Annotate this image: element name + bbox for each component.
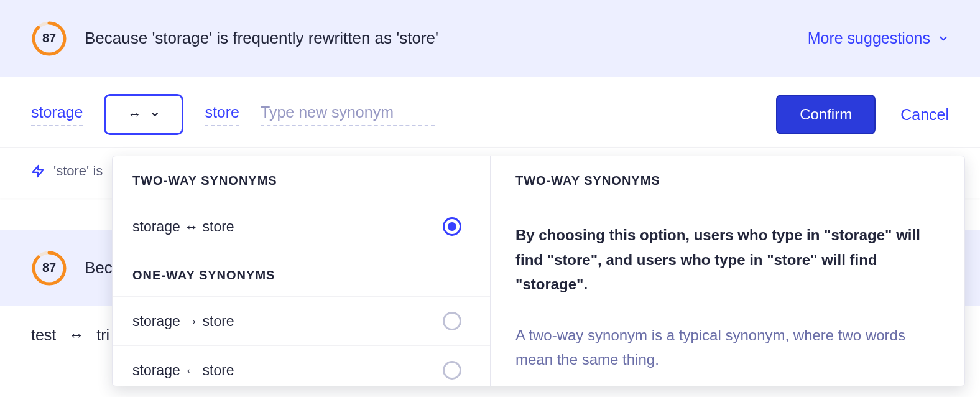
option-label: storage ← store bbox=[132, 362, 234, 379]
suggestion-banner: 87 Because 'storage' is frequently rewri… bbox=[0, 0, 980, 77]
section-title-two-way: TWO-WAY SYNONYMS bbox=[113, 156, 490, 202]
cancel-button[interactable]: Cancel bbox=[900, 106, 949, 124]
double-arrow-icon: ↔ bbox=[68, 326, 84, 344]
dropdown-description-column: TWO-WAY SYNONYMS By choosing this option… bbox=[491, 156, 964, 386]
more-suggestions-button[interactable]: More suggestions bbox=[808, 29, 949, 47]
radio-selected-icon bbox=[443, 217, 461, 236]
bolt-icon bbox=[31, 164, 45, 178]
info-text: 'store' is bbox=[53, 163, 103, 179]
double-arrow-icon: ↔ bbox=[127, 106, 141, 123]
more-suggestions-label: More suggestions bbox=[808, 29, 930, 47]
score-value: 87 bbox=[31, 21, 67, 57]
suggestion-reason: Because 'storage' is frequently rewritte… bbox=[85, 29, 438, 48]
option-one-way-forward[interactable]: storage → store bbox=[113, 296, 490, 345]
synonym-editor-row: storage ↔ store Confirm Cancel bbox=[0, 77, 980, 148]
chevron-down-icon bbox=[150, 110, 160, 119]
direction-dropdown-panel: TWO-WAY SYNONYMS storage ↔ store ONE-WAY… bbox=[112, 156, 965, 386]
term-a[interactable]: storage bbox=[31, 103, 83, 126]
radio-unselected-icon bbox=[443, 361, 461, 380]
description-note: A two-way synonym is a typical synonym, … bbox=[515, 323, 940, 372]
option-label: storage ↔ store bbox=[132, 218, 234, 235]
new-synonym-input[interactable] bbox=[261, 103, 435, 126]
existing-term-b: tri bbox=[96, 326, 109, 344]
option-one-way-reverse[interactable]: storage ← store bbox=[113, 345, 490, 386]
description-title: TWO-WAY SYNONYMS bbox=[515, 174, 940, 188]
confirm-button[interactable]: Confirm bbox=[776, 95, 876, 134]
editor-actions: Confirm Cancel bbox=[776, 95, 949, 134]
term-b[interactable]: store bbox=[205, 103, 239, 126]
direction-dropdown-button[interactable]: ↔ bbox=[104, 94, 183, 135]
radio-unselected-icon bbox=[443, 312, 461, 330]
option-label: storage → store bbox=[132, 313, 234, 330]
svg-marker-2 bbox=[33, 166, 44, 177]
section-title-one-way: ONE-WAY SYNONYMS bbox=[113, 251, 490, 296]
banner-left: 87 Because 'storage' is frequently rewri… bbox=[31, 21, 438, 57]
existing-term-a: test bbox=[31, 326, 56, 344]
description-body: By choosing this option, users who type … bbox=[515, 223, 940, 297]
score-value: 87 bbox=[31, 250, 67, 286]
option-two-way[interactable]: storage ↔ store bbox=[113, 202, 490, 251]
score-ring: 87 bbox=[31, 250, 67, 286]
chevron-down-icon bbox=[938, 33, 949, 44]
score-ring: 87 bbox=[31, 21, 67, 57]
dropdown-options-column: TWO-WAY SYNONYMS storage ↔ store ONE-WAY… bbox=[113, 156, 491, 386]
